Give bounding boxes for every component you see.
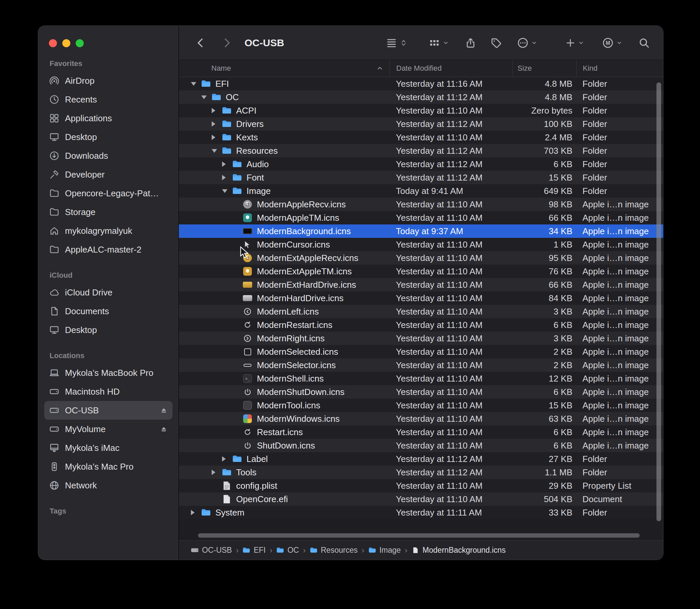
file-row-shutdown-icns[interactable]: ShutDown.icnsYesterday at 11:10 AM6 KBAp…: [179, 439, 663, 452]
file-kind: Apple i…n image: [576, 400, 663, 411]
back-button[interactable]: [195, 37, 206, 49]
disclosure-right-icon[interactable]: [212, 108, 221, 113]
file-row-modernextappletm-icns[interactable]: ModernExtAppleTM.icnsYesterday at 11:10 …: [179, 265, 663, 278]
file-row-config-plist[interactable]: config.plistYesterday at 11:10 AM29 KBPr…: [179, 479, 663, 492]
column-header-date-modified[interactable]: Date Modified: [389, 60, 512, 77]
disclosure-down-icon[interactable]: [222, 189, 231, 193]
sidebar-item-mykola-s-imac[interactable]: Mykola’s iMac: [44, 438, 173, 457]
disclosure-right-icon[interactable]: [212, 121, 221, 127]
more-actions-button[interactable]: [517, 37, 537, 49]
sidebar-item-myvolume[interactable]: MyVolume: [44, 420, 173, 438]
eject-icon[interactable]: [160, 406, 168, 414]
breadcrumb-item-oc-usb[interactable]: OC-USB: [191, 546, 232, 555]
vertical-scrollbar[interactable]: [657, 82, 661, 521]
sidebar-item-developer[interactable]: Developer: [44, 165, 173, 184]
file-row-system[interactable]: SystemYesterday at 11:11 AM33 KBFolder: [179, 506, 663, 519]
sidebar-item-storage[interactable]: Storage: [44, 203, 173, 222]
file-row-moderntool-icns[interactable]: ModernTool.icnsYesterday at 11:10 AM15 K…: [179, 399, 663, 412]
sidebar-item-icloud-drive[interactable]: iCloud Drive: [44, 283, 173, 302]
disclosure-right-icon[interactable]: [222, 456, 231, 462]
breadcrumb-item-modernbackground-icns[interactable]: ModernBackground.icns: [412, 546, 506, 555]
sidebar-item-recents[interactable]: Recents: [44, 90, 173, 109]
disclosure-right-icon[interactable]: [212, 135, 221, 140]
disclosure-down-icon[interactable]: [201, 95, 210, 99]
breadcrumb-item-resources[interactable]: Resources: [310, 546, 358, 555]
file-row-kexts[interactable]: KextsYesterday at 11:10 AM2.4 MBFolder: [179, 130, 663, 144]
sidebar-item-opencore-legacy-pat[interactable]: Opencore-Legacy-Pat…: [44, 184, 173, 203]
share-button[interactable]: [465, 37, 476, 49]
file-row-modernright-icns[interactable]: ModernRight.icnsYesterday at 11:10 AM3 K…: [179, 332, 663, 345]
file-row-font[interactable]: FontYesterday at 11:12 AM15 KBFolder: [179, 171, 663, 184]
file-row-modernapplerecv-icns[interactable]: ↺ModernAppleRecv.icnsYesterday at 11:10 …: [179, 198, 663, 211]
file-row-modernextapplerecv-icns[interactable]: ↺ModernExtAppleRecv.icnsYesterday at 11:…: [179, 251, 663, 265]
file-name: ModernWindows.icns: [257, 414, 339, 424]
file-row-drivers[interactable]: DriversYesterday at 11:12 AM100 KBFolder: [179, 117, 663, 130]
file-row-acpi[interactable]: ACPIYesterday at 11:10 AMZero bytesFolde…: [179, 104, 663, 117]
file-row-modernselector-icns[interactable]: ModernSelector.icnsYesterday at 11:10 AM…: [179, 359, 663, 372]
sidebar-item-downloads[interactable]: Downloads: [44, 146, 173, 165]
zoom-window-button[interactable]: [76, 39, 84, 47]
disclosure-down-icon[interactable]: [212, 149, 221, 153]
file-row-efi[interactable]: EFIYesterday at 11:16 AM4.8 MBFolder: [179, 77, 663, 90]
file-row-opencore-efi[interactable]: OpenCore.efiYesterday at 11:10 AM504 KBD…: [179, 492, 663, 506]
sidebar-item-applealc-master-2[interactable]: AppleALC-master-2: [44, 240, 173, 259]
search-button[interactable]: [638, 37, 650, 49]
tags-button[interactable]: [490, 37, 502, 49]
file-row-oc[interactable]: OCYesterday at 11:12 AM4.8 MBFolder: [179, 90, 663, 104]
horizontal-scrollbar[interactable]: [198, 533, 640, 538]
file-row-restart-icns[interactable]: Restart.icnsYesterday at 11:10 AM6 KBApp…: [179, 425, 663, 439]
file-row-modernleft-icns[interactable]: ModernLeft.icnsYesterday at 11:10 AM3 KB…: [179, 305, 663, 318]
breadcrumb-separator: ›: [236, 546, 239, 555]
file-row-resources[interactable]: ResourcesYesterday at 11:12 AM703 KBFold…: [179, 144, 663, 157]
sidebar-item-airdrop[interactable]: AirDrop: [44, 71, 173, 90]
column-header-name[interactable]: Name: [179, 60, 389, 77]
breadcrumb-item-image[interactable]: Image: [368, 546, 401, 555]
file-row-label[interactable]: LabelYesterday at 11:12 AM27 KBFolder: [179, 452, 663, 466]
minimize-window-button[interactable]: [62, 39, 70, 47]
eject-icon[interactable]: [160, 425, 168, 433]
sidebar-item-mykola-s-macbook-pro[interactable]: Mykola’s MacBook Pro: [44, 363, 173, 382]
sidebar-item-oc-usb[interactable]: OC-USB: [44, 401, 173, 420]
file-row-audio[interactable]: AudioYesterday at 11:12 AM6 KBFolder: [179, 157, 663, 171]
file-row-modernrestart-icns[interactable]: ModernRestart.icnsYesterday at 11:10 AM6…: [179, 318, 663, 332]
sidebar-item-mykola-s-mac-pro[interactable]: Mykola’s Mac Pro: [44, 457, 173, 476]
sidebar-item-desktop[interactable]: Desktop: [44, 128, 173, 146]
disclosure-right-icon[interactable]: [222, 161, 231, 167]
file-size: 6 KB: [512, 427, 576, 437]
sidebar-item-documents[interactable]: Documents: [44, 302, 173, 320]
cursor-icon: [242, 240, 253, 249]
file-row-modernbackground-icns[interactable]: ModernBackground.icnsToday at 9:37 AM34 …: [179, 224, 663, 238]
disclosure-right-icon[interactable]: [191, 510, 200, 515]
breadcrumb-item-oc[interactable]: OC: [276, 546, 299, 555]
folder-icon: [221, 133, 233, 141]
sidebar-item-mykolagrymalyuk[interactable]: mykolagrymalyuk: [44, 222, 173, 240]
file-row-tools[interactable]: ToolsYesterday at 11:12 AM1.1 MBFolder: [179, 466, 663, 479]
account-menu-button[interactable]: M: [602, 37, 622, 49]
file-row-modernshutdown-icns[interactable]: ModernShutDown.icnsYesterday at 11:10 AM…: [179, 385, 663, 399]
sidebar-item-desktop[interactable]: Desktop: [44, 320, 173, 340]
column-header-size[interactable]: Size: [512, 60, 576, 77]
breadcrumb-item-efi[interactable]: EFI: [243, 546, 266, 555]
file-size: 29 KB: [512, 481, 576, 491]
disclosure-right-icon[interactable]: [212, 470, 221, 475]
file-row-modernwindows-icns[interactable]: ModernWindows.icnsYesterday at 11:10 AM6…: [179, 412, 663, 425]
sidebar-item-applications[interactable]: Applications: [44, 109, 173, 128]
view-mode-control[interactable]: [386, 37, 407, 49]
sidebar-item-macintosh-hd[interactable]: Macintosh HD: [44, 382, 173, 401]
file-row-modernharddrive-icns[interactable]: ModernHardDrive.icnsYesterday at 11:10 A…: [179, 292, 663, 305]
file-row-moderncursor-icns[interactable]: ModernCursor.icnsYesterday at 11:10 AM1 …: [179, 238, 663, 251]
file-name: ModernHardDrive.icns: [257, 293, 344, 303]
close-window-button[interactable]: [49, 39, 57, 47]
sidebar-item-network[interactable]: Network: [44, 476, 173, 495]
file-row-modernextharddrive-icns[interactable]: ModernExtHardDrive.icnsYesterday at 11:1…: [179, 278, 663, 292]
forward-button[interactable]: [221, 37, 232, 49]
file-row-modernshell-icns[interactable]: >_ModernShell.icnsYesterday at 11:10 AM1…: [179, 372, 663, 385]
group-by-control[interactable]: [429, 37, 449, 49]
disclosure-right-icon[interactable]: [222, 175, 231, 180]
file-row-modernappletm-icns[interactable]: ModernAppleTM.icnsYesterday at 11:10 AM6…: [179, 211, 663, 224]
file-row-image[interactable]: ImageToday at 9:41 AM649 KBFolder: [179, 184, 663, 198]
column-header-kind[interactable]: Kind: [576, 60, 663, 77]
disclosure-down-icon[interactable]: [191, 82, 200, 86]
new-item-button[interactable]: [565, 38, 584, 48]
file-row-modernselected-icns[interactable]: ModernSelected.icnsYesterday at 11:10 AM…: [179, 345, 663, 359]
